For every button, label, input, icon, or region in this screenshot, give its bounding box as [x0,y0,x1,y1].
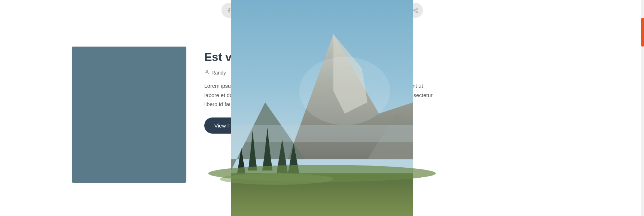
scroll-thumb[interactable] [641,18,644,47]
post-card: Est velit egestas Randy [72,47,538,183]
post-image [72,47,186,183]
scrollbar[interactable] [641,0,644,216]
page-wrapper: Est velit egestas Randy [0,0,644,216]
main-content: Est velit egestas Randy [0,25,609,204]
